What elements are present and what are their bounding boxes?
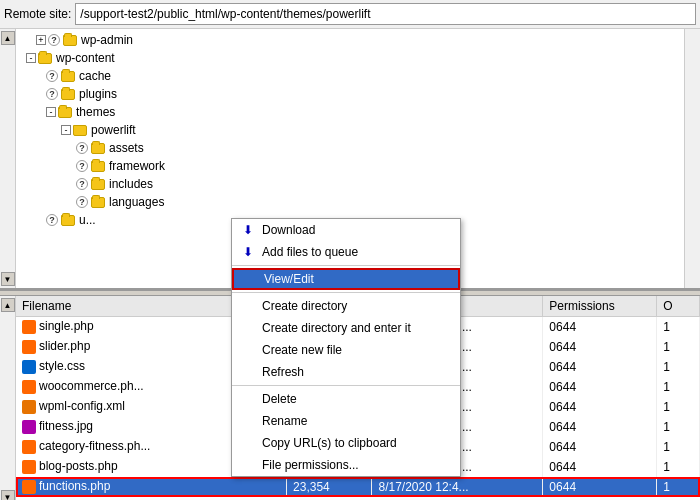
file-permissions-cell: 0644 bbox=[543, 417, 657, 437]
file-permissions-cell: 0644 bbox=[543, 437, 657, 457]
folder-icon bbox=[61, 69, 77, 83]
menu-queue-label: Add files to queue bbox=[262, 245, 358, 259]
file-permissions-cell: 0644 bbox=[543, 337, 657, 357]
expand-powerlift[interactable]: - bbox=[61, 125, 71, 135]
copy-urls-icon bbox=[240, 435, 256, 451]
folder-open-icon bbox=[73, 123, 89, 137]
tree-item-wp-content[interactable]: - wp-content bbox=[16, 49, 684, 67]
tree-item-themes[interactable]: - themes bbox=[16, 103, 684, 121]
tree-label: wp-content bbox=[56, 51, 115, 65]
tree-label: includes bbox=[109, 177, 153, 191]
file-name-text: style.css bbox=[39, 359, 85, 373]
scroll-down[interactable]: ▼ bbox=[1, 490, 15, 500]
file-o-cell: 1 bbox=[657, 477, 700, 497]
file-name-text: slider.php bbox=[39, 339, 90, 353]
menu-download-label: Download bbox=[262, 223, 315, 237]
folder-icon bbox=[61, 213, 77, 227]
tree-item-includes[interactable]: ? includes bbox=[16, 175, 684, 193]
folder-icon bbox=[91, 141, 107, 155]
tree-item-framework[interactable]: ? framework bbox=[16, 157, 684, 175]
menu-rename-label: Rename bbox=[262, 414, 307, 428]
css-file-icon bbox=[22, 360, 36, 374]
table-row[interactable]: functions.php23,3548/17/2020 12:4...0644… bbox=[16, 477, 700, 497]
tree-item-cache[interactable]: ? cache bbox=[16, 67, 684, 85]
tree-label: assets bbox=[109, 141, 144, 155]
tree-item-assets[interactable]: ? assets bbox=[16, 139, 684, 157]
file-name-text: single.php bbox=[39, 319, 94, 333]
left-scrollbar[interactable]: ▲ ▼ bbox=[0, 29, 16, 288]
menu-create-directory[interactable]: Create directory bbox=[232, 295, 460, 317]
file-name-text: functions.php bbox=[39, 479, 110, 493]
tree-label: themes bbox=[76, 105, 115, 119]
menu-refresh-label: Refresh bbox=[262, 365, 304, 379]
menu-create-dir-enter-label: Create directory and enter it bbox=[262, 321, 411, 335]
menu-add-files-to-queue[interactable]: ⬇ Add files to queue bbox=[232, 241, 460, 263]
menu-file-permissions[interactable]: File permissions... bbox=[232, 454, 460, 476]
tree-label: languages bbox=[109, 195, 164, 209]
remote-label: Remote site: bbox=[4, 7, 71, 21]
col-permissions[interactable]: Permissions bbox=[543, 296, 657, 317]
scroll-down-arrow[interactable]: ▼ bbox=[1, 272, 15, 286]
tree-label: plugins bbox=[79, 87, 117, 101]
status-badge: ? bbox=[76, 160, 88, 172]
menu-create-directory-enter[interactable]: Create directory and enter it bbox=[232, 317, 460, 339]
permissions-icon bbox=[240, 457, 256, 473]
refresh-icon bbox=[240, 364, 256, 380]
menu-view-edit[interactable]: View/Edit bbox=[232, 268, 460, 290]
file-name-cell: functions.php bbox=[16, 477, 287, 497]
tree-label: framework bbox=[109, 159, 165, 173]
file-permissions-cell: 0644 bbox=[543, 357, 657, 377]
folder-icon bbox=[61, 87, 77, 101]
file-o-cell: 1 bbox=[657, 437, 700, 457]
col-o[interactable]: O bbox=[657, 296, 700, 317]
folder-icon bbox=[91, 159, 107, 173]
php-file-icon bbox=[22, 380, 36, 394]
remote-path-input[interactable] bbox=[75, 3, 696, 25]
status-badge: ? bbox=[76, 142, 88, 154]
delete-icon bbox=[240, 391, 256, 407]
scroll-up-arrow[interactable]: ▲ bbox=[1, 31, 15, 45]
status-badge: ? bbox=[76, 178, 88, 190]
menu-delete[interactable]: Delete bbox=[232, 388, 460, 410]
menu-copy-urls[interactable]: Copy URL(s) to clipboard bbox=[232, 432, 460, 454]
new-file-icon bbox=[240, 342, 256, 358]
file-size-cell: 23,354 bbox=[287, 477, 372, 497]
folder-icon bbox=[63, 33, 79, 47]
folder-icon bbox=[38, 51, 54, 65]
file-permissions-cell: 0644 bbox=[543, 317, 657, 337]
expand-wp-content[interactable]: - bbox=[26, 53, 36, 63]
file-o-cell: 1 bbox=[657, 357, 700, 377]
php-file-icon bbox=[22, 440, 36, 454]
scroll-up[interactable]: ▲ bbox=[1, 298, 15, 312]
file-o-cell: 1 bbox=[657, 317, 700, 337]
file-permissions-cell: 0644 bbox=[543, 477, 657, 497]
separator-2 bbox=[232, 292, 460, 293]
menu-create-dir-label: Create directory bbox=[262, 299, 347, 313]
download-icon: ⬇ bbox=[240, 222, 256, 238]
tree-item-powerlift[interactable]: - powerlift bbox=[16, 121, 684, 139]
file-o-cell: 1 bbox=[657, 397, 700, 417]
menu-rename[interactable]: Rename bbox=[232, 410, 460, 432]
tree-item-plugins[interactable]: ? plugins bbox=[16, 85, 684, 103]
create-dir-enter-icon bbox=[240, 320, 256, 336]
file-name-text: blog-posts.php bbox=[39, 459, 118, 473]
expand-wp-admin[interactable]: + bbox=[36, 35, 46, 45]
tree-label: powerlift bbox=[91, 123, 136, 137]
file-o-cell: 1 bbox=[657, 457, 700, 477]
tree-item-wp-admin[interactable]: + ? wp-admin bbox=[16, 31, 684, 49]
jpg-file-icon bbox=[22, 420, 36, 434]
file-name-text: wpml-config.xml bbox=[39, 399, 125, 413]
file-permissions-cell: 0644 bbox=[543, 457, 657, 477]
bottom-left-scrollbar[interactable]: ▲ ▼ bbox=[0, 296, 16, 500]
status-badge: ? bbox=[46, 214, 58, 226]
menu-download[interactable]: ⬇ Download bbox=[232, 219, 460, 241]
menu-refresh[interactable]: Refresh bbox=[232, 361, 460, 383]
tree-item-languages[interactable]: ? languages bbox=[16, 193, 684, 211]
expand-themes[interactable]: - bbox=[46, 107, 56, 117]
menu-create-new-file[interactable]: Create new file bbox=[232, 339, 460, 361]
file-name-text: fitness.jpg bbox=[39, 419, 93, 433]
rename-icon bbox=[240, 413, 256, 429]
file-o-cell: 1 bbox=[657, 377, 700, 397]
right-scrollbar[interactable] bbox=[684, 29, 700, 288]
php-file-icon bbox=[22, 340, 36, 354]
